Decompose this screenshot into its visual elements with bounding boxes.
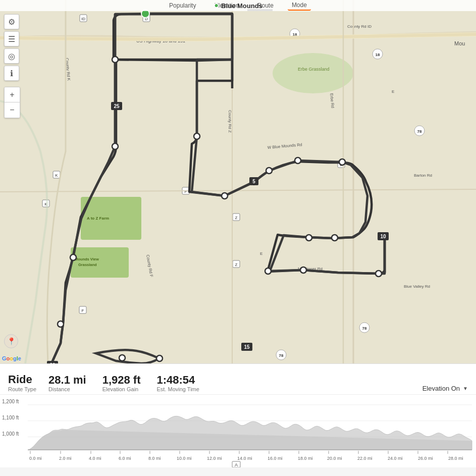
elevation-chart: 1,200 ft 1,100 ft 1,000 ft 0.0 mi 2.0 mi… <box>0 394 476 467</box>
svg-text:ID: ID <box>81 17 85 21</box>
google-logo: Google <box>2 355 21 361</box>
route-type-label: Route Type <box>8 386 36 392</box>
svg-text:F: F <box>82 308 84 313</box>
ride-label: Ride <box>8 373 36 386</box>
zoom-in-button[interactable]: + <box>5 87 20 102</box>
svg-point-72 <box>70 254 76 260</box>
zoom-out-button[interactable]: − <box>5 102 20 118</box>
minus-icon: − <box>10 105 14 115</box>
svg-text:Erbe Grassland: Erbe Grassland <box>298 67 330 72</box>
svg-point-70 <box>265 268 271 274</box>
map-container: Erbe Grassland A to Z Farm Mounds View G… <box>0 0 476 363</box>
svg-point-73 <box>58 321 64 327</box>
elev-y-label-1000: 1,000 ft <box>2 431 19 437</box>
site-marker-dot <box>214 3 219 8</box>
svg-text:26.0 mi: 26.0 mi <box>418 456 433 461</box>
svg-text:12.0 mi: 12.0 mi <box>207 456 222 461</box>
svg-text:County Rd Z: County Rd Z <box>228 110 232 133</box>
svg-point-60 <box>194 133 200 139</box>
svg-text:78: 78 <box>362 326 367 331</box>
svg-point-67 <box>332 235 338 241</box>
map-top-bar: Popularity Elevation Route Mode Blue Mou… <box>0 0 476 11</box>
svg-point-74 <box>119 355 125 361</box>
top-bar-mode[interactable]: Mode <box>288 1 311 11</box>
svg-text:A: A <box>235 462 238 467</box>
svg-rect-0 <box>0 0 476 363</box>
svg-point-69 <box>300 267 306 273</box>
layers-button[interactable]: ☰ <box>4 31 19 46</box>
distance-stat: 28.1 mi Distance <box>48 374 86 392</box>
svg-point-64 <box>295 157 301 164</box>
svg-text:6.0 mi: 6.0 mi <box>119 456 131 461</box>
layers-icon: ☰ <box>8 34 15 44</box>
svg-text:15: 15 <box>244 344 250 350</box>
svg-point-58 <box>112 57 118 63</box>
svg-text:14.0 mi: 14.0 mi <box>237 456 252 461</box>
svg-text:0.0 mi: 0.0 mi <box>29 456 41 461</box>
svg-text:18: 18 <box>376 52 380 57</box>
svg-text:K: K <box>55 173 58 178</box>
map-controls: ⚙ ☰ ◎ ℹ + − <box>4 14 20 118</box>
dropdown-arrow-icon: ▼ <box>463 386 468 391</box>
svg-point-66 <box>306 235 312 241</box>
svg-text:78: 78 <box>417 129 422 134</box>
svg-text:78: 78 <box>279 353 284 358</box>
svg-point-63 <box>266 168 272 174</box>
svg-text:20.0 mi: 20.0 mi <box>327 456 342 461</box>
svg-text:4.0 mi: 4.0 mi <box>89 456 101 461</box>
svg-text:8.0 mi: 8.0 mi <box>148 456 161 461</box>
map-info-pin: 📍 <box>4 334 18 348</box>
svg-point-71 <box>376 271 382 277</box>
moving-time-label: Est. Moving Time <box>157 386 199 392</box>
svg-text:A to Z Farm: A to Z Farm <box>87 216 109 221</box>
svg-point-75 <box>156 355 163 361</box>
site-name: Blue Mounds <box>221 2 262 10</box>
settings-icon: ⚙ <box>8 17 15 27</box>
svg-text:Z: Z <box>235 216 238 220</box>
info-button[interactable]: ℹ <box>4 66 19 81</box>
svg-text:24.0 mi: 24.0 mi <box>388 456 402 461</box>
svg-text:10.0 mi: 10.0 mi <box>177 456 191 461</box>
svg-text:5: 5 <box>252 179 255 184</box>
svg-text:Barton Rd: Barton Rd <box>414 173 432 178</box>
svg-text:18.0 mi: 18.0 mi <box>298 456 312 461</box>
distance-value: 28.1 mi <box>48 374 86 386</box>
top-bar-popularity[interactable]: Popularity <box>165 1 200 10</box>
location-icon: ◎ <box>8 51 15 61</box>
svg-text:25: 25 <box>114 103 120 109</box>
elevation-toggle[interactable]: Elevation On ▼ <box>422 385 468 392</box>
settings-button[interactable]: ⚙ <box>4 14 19 29</box>
svg-text:10: 10 <box>380 234 386 239</box>
svg-text:E: E <box>392 89 394 94</box>
svg-text:Blue Valley Rd: Blue Valley Rd <box>404 284 430 289</box>
svg-point-1 <box>273 53 353 93</box>
location-button[interactable]: ◎ <box>4 48 19 64</box>
elevation-gain-stat: 1,928 ft Elevation Gain <box>102 374 141 392</box>
svg-point-65 <box>339 159 345 165</box>
svg-text:Z: Z <box>235 262 238 267</box>
svg-text:Grassland: Grassland <box>78 262 97 267</box>
svg-point-61 <box>222 193 228 199</box>
bottom-panel: Ride Route Type 28.1 mi Distance 1,928 f… <box>0 363 476 467</box>
elevation-gain-label: Elevation Gain <box>102 386 141 392</box>
svg-point-59 <box>112 143 118 149</box>
moving-time-stat: 1:48:54 Est. Moving Time <box>157 374 199 392</box>
svg-text:2.0 mi: 2.0 mi <box>59 456 71 461</box>
svg-text:County Rd ID: County Rd ID <box>347 24 372 29</box>
elev-y-label-1100: 1,100 ft <box>2 415 19 420</box>
svg-text:22.0 mi: 22.0 mi <box>357 456 372 461</box>
svg-text:28.0 mi: 28.0 mi <box>448 456 463 461</box>
stats-row: Ride Route Type 28.1 mi Distance 1,928 f… <box>0 364 476 394</box>
elev-y-label-1200: 1,200 ft <box>2 399 19 404</box>
plus-icon: + <box>10 90 14 99</box>
distance-label: Distance <box>48 386 86 392</box>
svg-text:E: E <box>260 251 262 256</box>
elevation-toggle-label: Elevation On <box>422 385 460 392</box>
svg-text:Mounds View: Mounds View <box>75 257 99 261</box>
svg-text:Mou: Mou <box>454 40 465 46</box>
svg-text:F: F <box>185 189 187 194</box>
moving-time-value: 1:48:54 <box>157 374 199 386</box>
svg-text:16.0 mi: 16.0 mi <box>268 456 282 461</box>
elevation-gain-value: 1,928 ft <box>102 374 141 386</box>
info-icon: ℹ <box>10 69 13 78</box>
